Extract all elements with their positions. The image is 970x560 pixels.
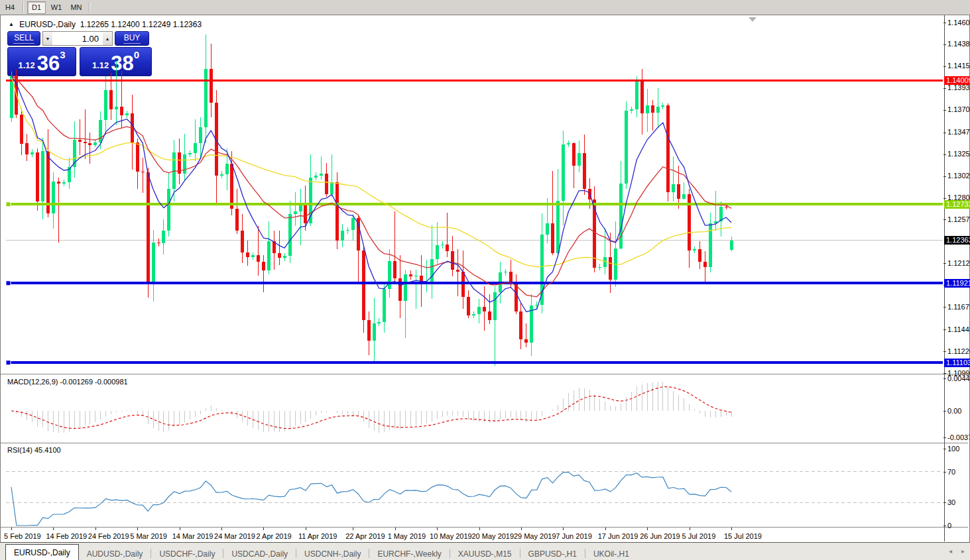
timeframe-button-mn[interactable]: MN [67, 1, 86, 14]
price-tick [943, 329, 946, 330]
indicator-axis-label: -0.003715 [947, 433, 970, 442]
sell-price-pip: 3 [60, 49, 65, 60]
timeframe-toolbar: H4D1W1MN [0, 0, 970, 15]
candle [309, 178, 312, 223]
chart-tab-usdcnh-daily[interactable]: USDCNH-,Daily [296, 547, 369, 560]
candle [393, 261, 396, 278]
price-axis-label: 1.14155 [947, 62, 970, 70]
collapse-panel-icon[interactable]: ▲ [9, 21, 14, 27]
candle [709, 223, 712, 267]
candle [577, 153, 581, 166]
candle [188, 153, 192, 154]
candle [477, 307, 481, 315]
candle [183, 154, 186, 174]
date-axis-label: 20 May 2019 [472, 532, 515, 540]
timeframe-button-d1[interactable]: D1 [27, 1, 46, 14]
price-tick [943, 198, 946, 199]
volume-input[interactable] [52, 31, 103, 46]
indicator-tick [943, 472, 946, 473]
candle [414, 276, 418, 277]
price-tick [943, 110, 946, 111]
chart-tab-eurusd-daily[interactable]: EURUSD-,Daily [5, 544, 79, 560]
candle [157, 243, 160, 244]
bid-price-label: 1.12363 [944, 236, 970, 245]
pane-splitter-macd[interactable] [1, 374, 968, 375]
sell-button[interactable]: SELL [7, 31, 40, 46]
candle [320, 174, 323, 176]
indicator-axis-label: 0.00 [947, 407, 961, 416]
chart-tab-usdchf-daily[interactable]: USDCHF-,Daily [151, 547, 223, 560]
date-axis-label: 17 Jun 2019 [598, 532, 638, 540]
date-tick [137, 528, 138, 530]
price-tick [943, 133, 946, 133]
line-handle [6, 281, 11, 286]
tab-scroll-right-icon[interactable]: ▸ [961, 547, 965, 555]
chart-tab-usdcad-daily[interactable]: USDCAD-,Daily [223, 547, 296, 560]
candle [640, 82, 644, 113]
candle [10, 76, 13, 118]
candle [693, 249, 696, 251]
candle [162, 231, 165, 243]
support-line-label: 1.11103 [944, 359, 970, 367]
candle [383, 289, 386, 322]
candle [225, 164, 229, 174]
timeframe-button-h4[interactable]: H4 [1, 1, 19, 14]
toolbar-separator [89, 2, 90, 13]
price-tick [943, 373, 946, 374]
price-tick [943, 88, 946, 89]
price-axis-label: 1.14605 [947, 19, 970, 27]
price-tick [943, 307, 946, 308]
candle [152, 243, 155, 282]
date-tick [437, 528, 438, 530]
chart-tab-audusd-daily[interactable]: AUDUSD-,Daily [79, 547, 151, 560]
candle [278, 253, 281, 258]
candle [283, 256, 286, 258]
candle [630, 109, 633, 111]
candle [451, 251, 454, 270]
chart-tab-eurchf-weekly[interactable]: EURCHF-,Weekly [369, 547, 449, 560]
timeframe-button-w1[interactable]: W1 [47, 1, 66, 14]
candle [246, 252, 249, 257]
candle [377, 322, 381, 323]
chart-tab-bar: EURUSD-,DailyAUDUSD-,DailyUSDCHF-,DailyU… [0, 542, 970, 560]
chart-window[interactable]: ▲ EURUSD-,Daily 1.12265 1.12400 1.12249 … [0, 15, 970, 543]
candle [235, 209, 239, 231]
candle [52, 182, 55, 213]
price-axis-label: 1.13930 [947, 84, 970, 92]
price-axis-label: 1.13705 [947, 105, 970, 114]
date-tick [479, 528, 480, 530]
date-axis-label: 14 Mar 2019 [172, 532, 213, 540]
price-axis-label: 1.12125 [947, 259, 970, 268]
volume-increase-button[interactable]: ▲ [103, 31, 113, 46]
buy-price-button[interactable]: 1.12 38 0 [80, 47, 152, 76]
price-tick [943, 263, 946, 264]
buy-button[interactable]: BUY [115, 31, 149, 46]
candle [330, 182, 333, 194]
candle [62, 182, 66, 184]
pane-splitter-rsi[interactable] [1, 443, 968, 444]
candle [635, 82, 638, 110]
price-axis-label: 1.11675 [947, 303, 970, 311]
candle [456, 270, 459, 272]
candle [46, 151, 50, 213]
candle [530, 306, 533, 343]
candle [519, 311, 522, 340]
scroll-to-end-icon[interactable] [749, 17, 757, 22]
candle [725, 207, 728, 208]
candle [167, 189, 170, 231]
date-axis-label: 22 Apr 2019 [345, 532, 385, 540]
candle [204, 69, 208, 127]
date-axis-label: 26 Jun 2019 [640, 532, 680, 540]
tab-scroll-left-icon[interactable]: ◂ [949, 547, 952, 555]
sell-price-button[interactable]: 1.12 36 3 [7, 47, 76, 76]
candle [483, 307, 486, 311]
candle [257, 255, 260, 262]
candle [567, 143, 570, 144]
moving-average-line [11, 76, 731, 297]
volume-decrease-button[interactable]: ▼ [42, 31, 52, 46]
chart-tab-xauusd-m15[interactable]: XAUUSD-,M15 [450, 547, 520, 560]
chevron-up-icon: ▲ [105, 36, 110, 41]
chart-tab-ukoil-h1[interactable]: UKOil-,H1 [585, 547, 637, 560]
chart-tab-gbpusd-h1[interactable]: GBPUSD-,H1 [520, 547, 585, 560]
candle [698, 249, 701, 262]
